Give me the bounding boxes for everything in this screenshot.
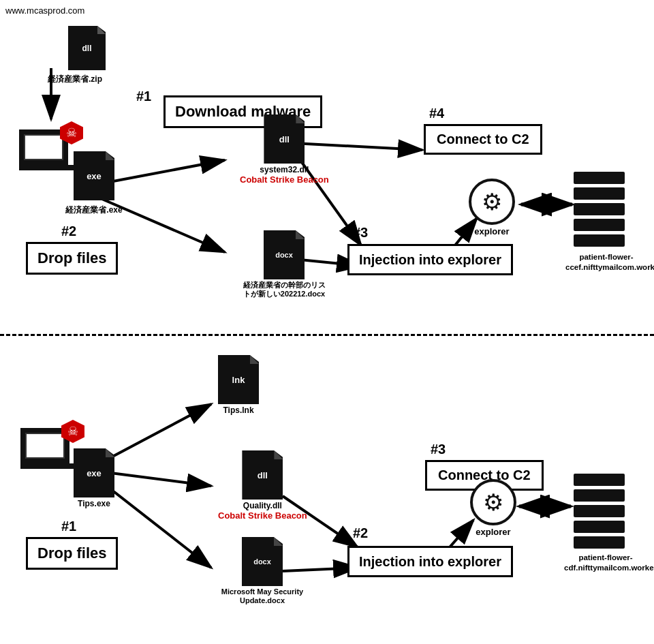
bottom-gear-icon: ⚙	[483, 489, 503, 516]
top-explorer-circle: ⚙	[469, 179, 515, 225]
bottom-laptop: ☠	[20, 428, 76, 469]
top-exe-label: exe	[87, 171, 102, 181]
bottom-docx-file: docx Microsoft May Security Update.docx	[218, 537, 307, 605]
top-exe-file: exe	[74, 151, 114, 200]
bottom-step3-label: #3	[431, 442, 446, 457]
laptop-base	[19, 165, 75, 170]
svg-line-12	[102, 404, 211, 462]
top-step4-label: #4	[429, 106, 444, 121]
server-bar-2	[574, 187, 625, 200]
top-connect-box: Connect to C2	[424, 124, 542, 155]
bottom-step1-label: #1	[61, 519, 76, 534]
top-server	[574, 172, 625, 247]
bottom-server-bar-4	[574, 521, 625, 533]
bottom-dll-cobalt: Cobalt Strike Beacon	[218, 510, 307, 521]
top-drop-box: Drop files	[26, 242, 118, 275]
bottom-dll-caption: Quality.dll	[243, 501, 282, 510]
top-step1-label: #1	[136, 89, 151, 104]
bottom-docx-label: docx	[253, 557, 271, 566]
bottom-exe-label: exe	[87, 468, 102, 478]
bottom-explorer-circle: ⚙	[470, 479, 516, 525]
bottom-lnk-label: lnk	[232, 375, 245, 385]
bottom-docx-caption: Microsoft May Security Update.docx	[218, 587, 307, 605]
bottom-drop-box: Drop files	[26, 537, 118, 570]
top-server-domain: patient-flower-ccef.nifttymailcom.worker…	[565, 252, 647, 273]
top-docx-file: docx 経済産業省の幹部のリストが新しい202212.docx	[240, 230, 328, 298]
bottom-dll-label: dll	[258, 470, 268, 480]
bottom-explorer-label: explorer	[476, 527, 510, 537]
bottom-laptop-screen-inner	[25, 433, 65, 459]
top-injection-box: Injection into explorer	[347, 244, 513, 275]
bottom-laptop-base	[20, 463, 76, 469]
top-dll-file: dll system32.dll Cobalt Strike Beacon	[240, 114, 329, 185]
top-dll-cobalt: Cobalt Strike Beacon	[240, 174, 329, 185]
bottom-step2-label: #2	[353, 525, 368, 541]
top-dll-caption: system32.dll	[260, 165, 309, 174]
top-section: dll 経済産業省.zip #1 Download malware ☠ exe …	[0, 0, 654, 334]
top-docx-caption: 経済産業省の幹部のリストが新しい202212.docx	[240, 281, 328, 298]
top-step2-label: #2	[61, 224, 76, 239]
top-exe-caption: 経済産業省.exe	[60, 204, 128, 216]
svg-line-13	[106, 472, 211, 486]
svg-line-14	[102, 482, 211, 568]
zip-label: dll	[82, 44, 92, 53]
bottom-server	[574, 474, 625, 549]
bottom-server-bar-3	[574, 505, 625, 517]
top-explorer-label: explorer	[474, 226, 509, 236]
top-gear-icon: ⚙	[482, 188, 502, 215]
top-laptop: ☠	[19, 129, 75, 170]
bottom-explorer: ⚙ explorer	[470, 479, 516, 537]
server-bar-3	[574, 203, 625, 215]
bottom-lnk-caption: Tips.lnk	[223, 405, 253, 415]
bottom-server-domain: patient-flower-cdf.nifttymailcom.workers…	[564, 553, 647, 573]
server-bar-4	[574, 219, 625, 231]
bottom-server-bar-5	[574, 536, 625, 549]
top-step3-label: #3	[353, 225, 368, 241]
top-docx-label: docx	[275, 251, 293, 259]
zip-caption: 経済産業省.zip	[34, 74, 116, 85]
bottom-server-bar-1	[574, 474, 625, 486]
top-dll-label: dll	[279, 134, 290, 144]
bottom-exe-file: exe Tips.exe	[74, 448, 114, 508]
top-explorer: ⚙ explorer	[469, 179, 515, 236]
bottom-exe-caption: Tips.exe	[78, 499, 110, 508]
server-bar-1	[574, 172, 625, 184]
bottom-injection-box: Injection into explorer	[347, 546, 513, 577]
bottom-dll-file: dll Quality.dll Cobalt Strike Beacon	[218, 450, 307, 521]
bottom-section: ☠ exe Tips.exe #1 Drop files lnk Tips.ln…	[0, 336, 654, 644]
laptop-screen-inner	[24, 134, 63, 160]
bottom-server-bar-2	[574, 489, 625, 502]
server-bar-5	[574, 234, 625, 247]
zip-file: dll	[68, 26, 106, 70]
svg-line-1	[99, 160, 225, 184]
bottom-lnk-file: lnk Tips.lnk	[218, 355, 259, 415]
